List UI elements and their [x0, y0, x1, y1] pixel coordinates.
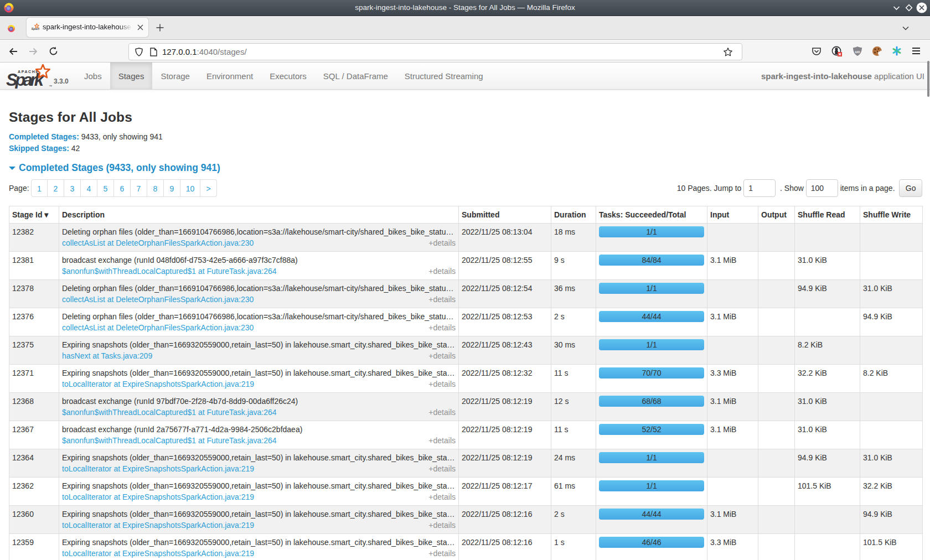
svg-text:Spark: Spark — [6, 70, 45, 89]
svg-text:uo: uo — [855, 49, 860, 54]
svg-text:™: ™ — [49, 85, 52, 88]
svg-text:Spark: Spark — [32, 27, 40, 30]
